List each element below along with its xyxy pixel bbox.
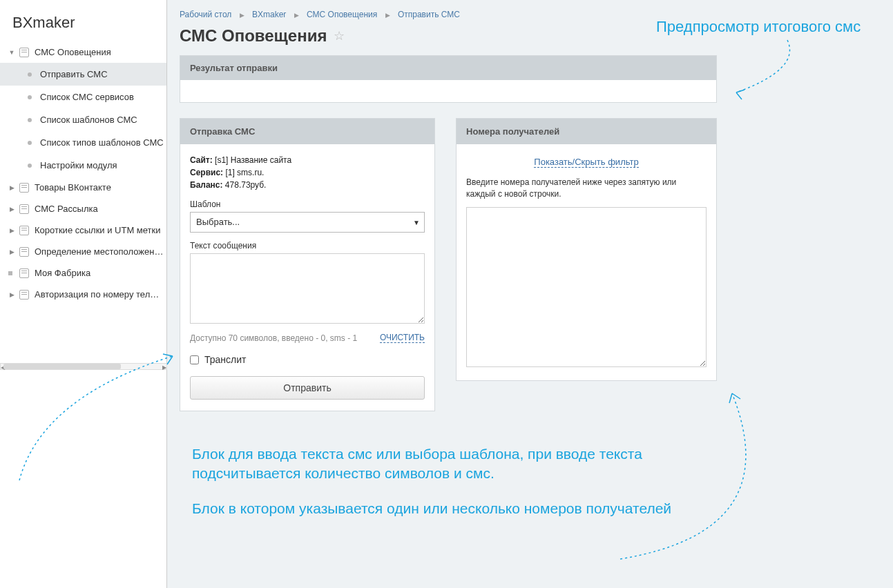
char-counter: Доступно 70 символов, введено - 0, sms -… (190, 333, 357, 343)
dot-icon (28, 141, 32, 145)
message-label: Текст сообщения (190, 241, 425, 251)
template-select[interactable]: Выбрать... ▼ (190, 212, 425, 233)
sidebar-item-label: Короткие ссылки и UTM метки (35, 225, 161, 235)
sidebar-child-send-sms[interactable]: Отправить СМС (0, 63, 166, 86)
doc-icon (19, 226, 29, 235)
sidebar-item-label: СМС Оповещения (35, 47, 111, 57)
dot-icon (28, 95, 32, 99)
send-sms-panel: Отправка СМС Сайт: [s1] Название сайта С… (180, 118, 435, 411)
site-line: Сайт: [s1] Название сайта (190, 154, 425, 166)
sidebar-item-short-links[interactable]: ▶ Короткие ссылки и UTM метки (0, 219, 166, 241)
chevron-right-icon: ▶ (8, 227, 15, 234)
sidebar-item-label: Моя Фабрика (35, 268, 90, 278)
recipients-help-text: Введите номера получателей ниже через за… (466, 177, 707, 200)
page-title: СМС Оповещения (180, 26, 327, 46)
dot-icon (28, 164, 32, 168)
sidebar-horizontal-scrollbar[interactable]: ◀ ▶ (0, 363, 167, 371)
translit-checkbox[interactable] (190, 355, 199, 364)
sidebar-child-sms-templates[interactable]: Список шаблонов СМС (0, 108, 166, 131)
sidebar-child-label: Список шаблонов СМС (40, 115, 137, 125)
annotation-line: Блок в котором указывается один или неск… (192, 499, 703, 518)
doc-icon (19, 204, 29, 214)
chevron-right-icon: ▶ (8, 248, 15, 255)
bullet-icon (8, 271, 12, 275)
scroll-thumb[interactable] (3, 364, 121, 369)
sidebar-child-label: Отправить СМС (40, 69, 108, 79)
sidebar-child-label: Настройки модуля (40, 160, 117, 170)
result-panel-header: Результат отправки (180, 56, 716, 80)
sidebar-item-label: Определение местоположения (35, 246, 164, 257)
chevron-right-icon: ▶ (8, 291, 15, 298)
dot-icon (28, 72, 32, 77)
sidebar-item-label: СМС Рассылка (35, 204, 98, 214)
sidebar-logo: BXmaker (0, 0, 166, 41)
breadcrumb-link[interactable]: BXmaker (252, 10, 286, 19)
chevron-right-icon: ▶ (240, 12, 244, 19)
result-panel: Результат отправки (180, 55, 717, 103)
template-label: Шаблон (190, 199, 425, 209)
sidebar-child-label: Список СМС сервисов (40, 92, 134, 102)
content-row: Отправка СМС Сайт: [s1] Название сайта С… (180, 118, 881, 411)
breadcrumb-link[interactable]: Рабочий стол (180, 10, 231, 19)
star-icon[interactable]: ☆ (334, 28, 345, 43)
clear-link[interactable]: ОЧИСТИТЬ (380, 333, 425, 343)
breadcrumb-link[interactable]: СМС Оповещения (307, 10, 377, 19)
doc-icon (19, 268, 29, 278)
annotation-description: Блок для ввода текста смс или выбора шаб… (192, 444, 703, 518)
dot-icon (28, 118, 32, 122)
chevron-right-icon: ▶ (8, 206, 15, 213)
doc-icon (19, 247, 29, 257)
chevron-right-icon: ▶ (294, 12, 299, 19)
sidebar-item-label: Товары ВКонтакте (35, 182, 111, 193)
message-textarea[interactable] (190, 253, 425, 324)
sidebar-item-sms-mailing[interactable]: ▶ СМС Рассылка (0, 198, 166, 219)
filter-toggle-link[interactable]: Показать/Скрыть фильтр (534, 157, 638, 168)
doc-icon (19, 48, 29, 57)
sidebar-item-phone-auth[interactable]: ▶ Авторизация по номеру телефона (0, 284, 166, 305)
translit-label[interactable]: Транслит (204, 354, 246, 365)
sidebar-child-label: Список типов шаблонов СМС (40, 137, 164, 148)
chevron-down-icon: ▼ (8, 49, 15, 56)
doc-icon (19, 183, 29, 193)
submit-button[interactable]: Отправить (190, 376, 425, 400)
recipients-textarea[interactable] (466, 207, 707, 367)
sidebar: BXmaker ▼ СМС Оповещения Отправить СМС С… (0, 0, 167, 588)
chevron-right-icon: ▶ (8, 184, 15, 191)
sidebar-item-sms-notify[interactable]: ▼ СМС Оповещения (0, 41, 166, 63)
balance-line: Баланс: 478.73руб. (190, 179, 425, 191)
annotation-preview: Предпросмотр итогового смс (656, 17, 891, 37)
doc-icon (19, 290, 29, 300)
recipients-header: Номера получателей (457, 119, 716, 144)
sidebar-item-vk-goods[interactable]: ▶ Товары ВКонтакте (0, 177, 166, 198)
caret-down-icon: ▼ (413, 219, 420, 226)
breadcrumb-link[interactable]: Отправить СМС (398, 10, 460, 19)
result-panel-body (180, 80, 716, 102)
chevron-right-icon: ▶ (385, 12, 390, 19)
annotation-line: Блок для ввода текста смс или выбора шаб… (192, 444, 703, 484)
template-select-value: Выбрать... (196, 217, 240, 227)
sidebar-child-sms-template-types[interactable]: Список типов шаблонов СМС (0, 131, 166, 154)
send-sms-header: Отправка СМС (180, 119, 434, 144)
sidebar-item-my-factory[interactable]: Моя Фабрика (0, 262, 166, 284)
sidebar-child-sms-services[interactable]: Список СМС сервисов (0, 86, 166, 108)
recipients-panel: Номера получателей Показать/Скрыть фильт… (456, 118, 717, 381)
sidebar-item-label: Авторизация по номеру телефона (35, 289, 164, 300)
service-line: Сервис: [1] sms.ru. (190, 166, 425, 179)
sidebar-child-module-settings[interactable]: Настройки модуля (0, 154, 166, 177)
sidebar-item-geolocation[interactable]: ▶ Определение местоположения (0, 241, 166, 262)
